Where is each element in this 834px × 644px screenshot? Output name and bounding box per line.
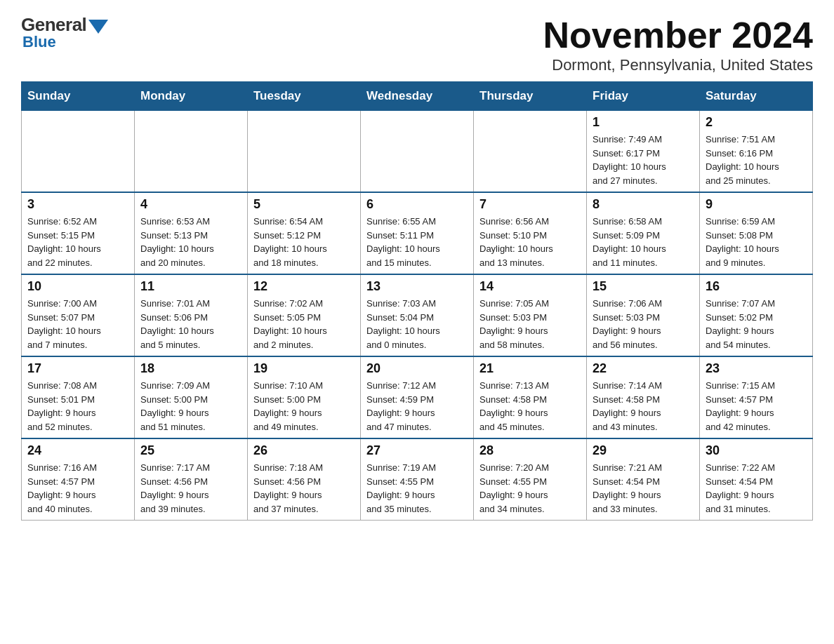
logo: General Blue — [21, 14, 108, 51]
day-number: 3 — [27, 197, 128, 212]
calendar-cell: 11Sunrise: 7:01 AMSunset: 5:06 PMDayligh… — [135, 274, 248, 356]
day-info: Sunrise: 7:51 AMSunset: 6:16 PMDaylight:… — [706, 133, 807, 187]
calendar-week-row-2: 3Sunrise: 6:52 AMSunset: 5:15 PMDaylight… — [22, 192, 813, 274]
day-info: Sunrise: 7:00 AMSunset: 5:07 PMDaylight:… — [27, 297, 128, 351]
day-info: Sunrise: 7:20 AMSunset: 4:55 PMDaylight:… — [479, 461, 581, 516]
calendar-week-row-3: 10Sunrise: 7:00 AMSunset: 5:07 PMDayligh… — [22, 274, 813, 356]
calendar-cell: 5Sunrise: 6:54 AMSunset: 5:12 PMDaylight… — [248, 192, 361, 274]
day-number: 21 — [479, 361, 581, 376]
month-title: November 2024 — [543, 14, 813, 56]
calendar-week-row-1: 1Sunrise: 7:49 AMSunset: 6:17 PMDaylight… — [22, 111, 813, 193]
day-info: Sunrise: 7:05 AMSunset: 5:03 PMDaylight:… — [479, 297, 581, 351]
day-info: Sunrise: 7:15 AMSunset: 4:57 PMDaylight:… — [706, 379, 807, 434]
calendar-cell — [248, 111, 361, 193]
weekday-header-tuesday: Tuesday — [248, 82, 361, 111]
calendar-cell: 23Sunrise: 7:15 AMSunset: 4:57 PMDayligh… — [700, 356, 813, 438]
calendar-cell — [135, 111, 248, 193]
calendar-cell: 14Sunrise: 7:05 AMSunset: 5:03 PMDayligh… — [474, 274, 587, 356]
day-info: Sunrise: 7:09 AMSunset: 5:00 PMDaylight:… — [140, 379, 241, 434]
calendar-cell: 12Sunrise: 7:02 AMSunset: 5:05 PMDayligh… — [248, 274, 361, 356]
day-number: 18 — [140, 361, 241, 376]
logo-blue-text: Blue — [22, 33, 56, 51]
day-info: Sunrise: 7:18 AMSunset: 4:56 PMDaylight:… — [253, 461, 355, 516]
day-number: 13 — [366, 279, 468, 294]
calendar-week-row-4: 17Sunrise: 7:08 AMSunset: 5:01 PMDayligh… — [22, 356, 813, 438]
weekday-header-row: SundayMondayTuesdayWednesdayThursdayFrid… — [22, 82, 813, 111]
calendar-table: SundayMondayTuesdayWednesdayThursdayFrid… — [21, 81, 813, 521]
day-number: 30 — [706, 443, 807, 458]
day-info: Sunrise: 7:01 AMSunset: 5:06 PMDaylight:… — [140, 297, 241, 351]
day-info: Sunrise: 7:16 AMSunset: 4:57 PMDaylight:… — [27, 461, 128, 516]
calendar-cell: 21Sunrise: 7:13 AMSunset: 4:58 PMDayligh… — [474, 356, 587, 438]
day-info: Sunrise: 7:17 AMSunset: 4:56 PMDaylight:… — [140, 461, 241, 516]
day-info: Sunrise: 6:55 AMSunset: 5:11 PMDaylight:… — [366, 215, 468, 269]
day-info: Sunrise: 6:58 AMSunset: 5:09 PMDaylight:… — [593, 215, 694, 269]
day-info: Sunrise: 7:14 AMSunset: 4:58 PMDaylight:… — [593, 379, 694, 434]
calendar-cell: 18Sunrise: 7:09 AMSunset: 5:00 PMDayligh… — [135, 356, 248, 438]
calendar-cell: 8Sunrise: 6:58 AMSunset: 5:09 PMDaylight… — [587, 192, 700, 274]
day-number: 17 — [27, 361, 128, 376]
title-area: November 2024 Dormont, Pennsylvania, Uni… — [543, 14, 813, 74]
day-info: Sunrise: 7:21 AMSunset: 4:54 PMDaylight:… — [593, 461, 694, 516]
calendar-cell — [22, 111, 135, 193]
day-number: 27 — [366, 443, 468, 458]
day-info: Sunrise: 7:02 AMSunset: 5:05 PMDaylight:… — [253, 297, 355, 351]
day-number: 26 — [253, 443, 355, 458]
day-info: Sunrise: 6:52 AMSunset: 5:15 PMDaylight:… — [27, 215, 128, 269]
calendar-cell: 28Sunrise: 7:20 AMSunset: 4:55 PMDayligh… — [474, 438, 587, 521]
day-info: Sunrise: 6:59 AMSunset: 5:08 PMDaylight:… — [706, 215, 807, 269]
day-number: 15 — [593, 279, 694, 294]
day-number: 7 — [479, 197, 581, 212]
day-number: 5 — [253, 197, 355, 212]
calendar-cell: 17Sunrise: 7:08 AMSunset: 5:01 PMDayligh… — [22, 356, 135, 438]
calendar-cell: 4Sunrise: 6:53 AMSunset: 5:13 PMDaylight… — [135, 192, 248, 274]
day-number: 24 — [27, 443, 128, 458]
day-number: 6 — [366, 197, 468, 212]
day-info: Sunrise: 7:06 AMSunset: 5:03 PMDaylight:… — [593, 297, 694, 351]
weekday-header-friday: Friday — [587, 82, 700, 111]
calendar-cell: 19Sunrise: 7:10 AMSunset: 5:00 PMDayligh… — [248, 356, 361, 438]
calendar-cell: 2Sunrise: 7:51 AMSunset: 6:16 PMDaylight… — [700, 111, 813, 193]
calendar-cell: 16Sunrise: 7:07 AMSunset: 5:02 PMDayligh… — [700, 274, 813, 356]
day-info: Sunrise: 7:07 AMSunset: 5:02 PMDaylight:… — [706, 297, 807, 351]
day-number: 14 — [479, 279, 581, 294]
day-info: Sunrise: 7:03 AMSunset: 5:04 PMDaylight:… — [366, 297, 468, 351]
calendar-cell: 9Sunrise: 6:59 AMSunset: 5:08 PMDaylight… — [700, 192, 813, 274]
calendar-cell — [361, 111, 474, 193]
day-info: Sunrise: 7:08 AMSunset: 5:01 PMDaylight:… — [27, 379, 128, 434]
calendar-cell: 26Sunrise: 7:18 AMSunset: 4:56 PMDayligh… — [248, 438, 361, 521]
calendar-cell: 7Sunrise: 6:56 AMSunset: 5:10 PMDaylight… — [474, 192, 587, 274]
weekday-header-wednesday: Wednesday — [361, 82, 474, 111]
day-number: 29 — [593, 443, 694, 458]
day-info: Sunrise: 7:10 AMSunset: 5:00 PMDaylight:… — [253, 379, 355, 434]
calendar-cell: 25Sunrise: 7:17 AMSunset: 4:56 PMDayligh… — [135, 438, 248, 521]
day-info: Sunrise: 7:13 AMSunset: 4:58 PMDaylight:… — [479, 379, 581, 434]
day-number: 16 — [706, 279, 807, 294]
day-number: 28 — [479, 443, 581, 458]
day-info: Sunrise: 7:49 AMSunset: 6:17 PMDaylight:… — [593, 133, 694, 187]
day-info: Sunrise: 7:22 AMSunset: 4:54 PMDaylight:… — [706, 461, 807, 516]
weekday-header-monday: Monday — [135, 82, 248, 111]
day-number: 11 — [140, 279, 241, 294]
day-number: 4 — [140, 197, 241, 212]
day-number: 8 — [593, 197, 694, 212]
day-number: 10 — [27, 279, 128, 294]
day-number: 9 — [706, 197, 807, 212]
calendar-cell: 13Sunrise: 7:03 AMSunset: 5:04 PMDayligh… — [361, 274, 474, 356]
calendar-cell — [474, 111, 587, 193]
calendar-cell: 6Sunrise: 6:55 AMSunset: 5:11 PMDaylight… — [361, 192, 474, 274]
calendar-cell: 20Sunrise: 7:12 AMSunset: 4:59 PMDayligh… — [361, 356, 474, 438]
day-number: 20 — [366, 361, 468, 376]
calendar-cell: 10Sunrise: 7:00 AMSunset: 5:07 PMDayligh… — [22, 274, 135, 356]
weekday-header-saturday: Saturday — [700, 82, 813, 111]
day-number: 12 — [253, 279, 355, 294]
day-number: 2 — [706, 115, 807, 130]
day-number: 23 — [706, 361, 807, 376]
calendar-cell: 24Sunrise: 7:16 AMSunset: 4:57 PMDayligh… — [22, 438, 135, 521]
day-info: Sunrise: 6:56 AMSunset: 5:10 PMDaylight:… — [479, 215, 581, 269]
day-info: Sunrise: 7:19 AMSunset: 4:55 PMDaylight:… — [366, 461, 468, 516]
calendar-cell: 29Sunrise: 7:21 AMSunset: 4:54 PMDayligh… — [587, 438, 700, 521]
day-number: 19 — [253, 361, 355, 376]
calendar-cell: 1Sunrise: 7:49 AMSunset: 6:17 PMDaylight… — [587, 111, 700, 193]
day-number: 25 — [140, 443, 241, 458]
